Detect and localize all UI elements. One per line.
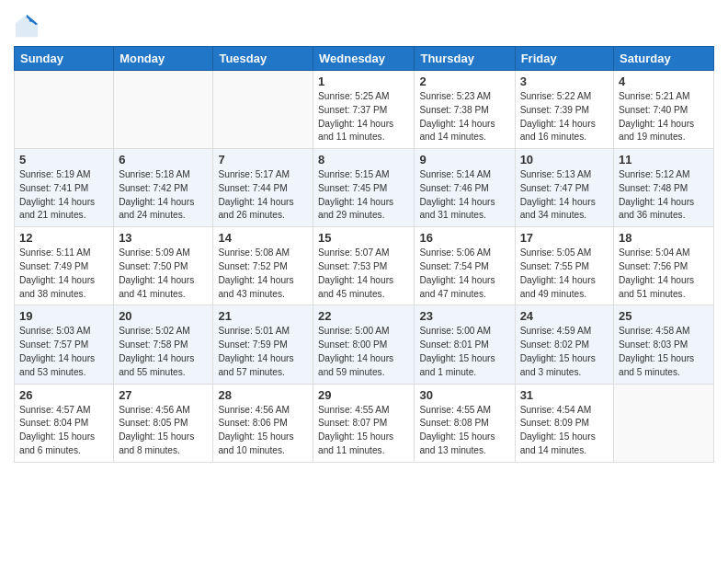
calendar-cell: 28Sunrise: 4:56 AMSunset: 8:06 PMDayligh… <box>213 384 313 462</box>
calendar-header-row: SundayMondayTuesdayWednesdayThursdayFrid… <box>15 47 714 71</box>
day-info: Sunrise: 5:12 AMSunset: 7:48 PMDaylight:… <box>619 168 709 223</box>
calendar-cell: 18Sunrise: 5:04 AMSunset: 7:56 PMDayligh… <box>614 227 714 305</box>
day-number: 8 <box>318 153 409 167</box>
day-info: Sunrise: 5:06 AMSunset: 7:54 PMDaylight:… <box>419 247 509 301</box>
header <box>14 9 714 39</box>
day-info: Sunrise: 5:15 AMSunset: 7:45 PMDaylight:… <box>318 168 409 223</box>
day-number: 11 <box>619 153 709 167</box>
day-info: Sunrise: 5:08 AMSunset: 7:52 PMDaylight:… <box>218 247 308 301</box>
calendar-cell <box>114 71 213 149</box>
day-number: 9 <box>419 153 509 167</box>
day-number: 2 <box>419 75 509 88</box>
calendar-cell: 8Sunrise: 5:15 AMSunset: 7:45 PMDaylight… <box>313 149 415 227</box>
day-info: Sunrise: 5:02 AMSunset: 7:58 PMDaylight:… <box>119 325 208 379</box>
day-number: 12 <box>19 231 108 245</box>
day-number: 3 <box>520 75 609 88</box>
day-number: 14 <box>218 231 308 245</box>
day-number: 22 <box>318 309 409 323</box>
day-number: 27 <box>119 388 208 402</box>
calendar-table: SundayMondayTuesdayWednesdayThursdayFrid… <box>14 46 714 463</box>
day-info: Sunrise: 4:59 AMSunset: 8:02 PMDaylight:… <box>520 325 609 379</box>
day-info: Sunrise: 5:01 AMSunset: 7:59 PMDaylight:… <box>218 325 308 379</box>
logo <box>14 13 41 39</box>
weekday-header-tuesday: Tuesday <box>213 47 313 71</box>
day-info: Sunrise: 5:11 AMSunset: 7:49 PMDaylight:… <box>19 247 108 301</box>
calendar-cell: 21Sunrise: 5:01 AMSunset: 7:59 PMDayligh… <box>213 305 313 384</box>
calendar-week-row: 5Sunrise: 5:19 AMSunset: 7:41 PMDaylight… <box>15 149 714 227</box>
svg-marker-0 <box>16 15 38 37</box>
day-info: Sunrise: 4:55 AMSunset: 8:08 PMDaylight:… <box>419 404 509 458</box>
calendar-cell <box>614 384 714 462</box>
day-number: 10 <box>520 153 609 167</box>
calendar-cell: 9Sunrise: 5:14 AMSunset: 7:46 PMDaylight… <box>415 149 515 227</box>
weekday-header-wednesday: Wednesday <box>313 47 415 71</box>
day-number: 21 <box>218 309 308 323</box>
calendar-cell: 24Sunrise: 4:59 AMSunset: 8:02 PMDayligh… <box>515 305 613 384</box>
calendar-cell: 16Sunrise: 5:06 AMSunset: 7:54 PMDayligh… <box>415 227 515 305</box>
day-info: Sunrise: 5:17 AMSunset: 7:44 PMDaylight:… <box>218 168 308 223</box>
day-info: Sunrise: 5:09 AMSunset: 7:50 PMDaylight:… <box>119 247 208 301</box>
weekday-header-monday: Monday <box>114 47 213 71</box>
day-number: 17 <box>520 231 609 245</box>
calendar-week-row: 1Sunrise: 5:25 AMSunset: 7:37 PMDaylight… <box>15 71 714 149</box>
weekday-header-friday: Friday <box>515 47 613 71</box>
calendar-cell: 15Sunrise: 5:07 AMSunset: 7:53 PMDayligh… <box>313 227 415 305</box>
day-info: Sunrise: 5:14 AMSunset: 7:46 PMDaylight:… <box>419 168 509 223</box>
calendar-week-row: 12Sunrise: 5:11 AMSunset: 7:49 PMDayligh… <box>15 227 714 305</box>
calendar-cell: 7Sunrise: 5:17 AMSunset: 7:44 PMDaylight… <box>213 149 313 227</box>
day-info: Sunrise: 5:00 AMSunset: 8:00 PMDaylight:… <box>318 325 409 379</box>
day-number: 31 <box>520 388 609 402</box>
day-number: 5 <box>19 153 108 167</box>
calendar-cell: 6Sunrise: 5:18 AMSunset: 7:42 PMDaylight… <box>114 149 213 227</box>
day-info: Sunrise: 4:54 AMSunset: 8:09 PMDaylight:… <box>520 404 609 458</box>
calendar-cell: 11Sunrise: 5:12 AMSunset: 7:48 PMDayligh… <box>614 149 714 227</box>
calendar-cell: 27Sunrise: 4:56 AMSunset: 8:05 PMDayligh… <box>114 384 213 462</box>
day-info: Sunrise: 5:22 AMSunset: 7:39 PMDaylight:… <box>520 90 609 144</box>
day-info: Sunrise: 5:21 AMSunset: 7:40 PMDaylight:… <box>619 90 709 144</box>
day-number: 13 <box>119 231 208 245</box>
day-number: 28 <box>218 388 308 402</box>
day-number: 6 <box>119 153 208 167</box>
day-number: 23 <box>419 309 509 323</box>
day-number: 30 <box>419 388 509 402</box>
calendar-cell: 10Sunrise: 5:13 AMSunset: 7:47 PMDayligh… <box>515 149 613 227</box>
day-number: 18 <box>619 231 709 245</box>
calendar-cell <box>213 71 313 149</box>
day-info: Sunrise: 5:03 AMSunset: 7:57 PMDaylight:… <box>19 325 108 379</box>
day-number: 25 <box>619 309 709 323</box>
page: SundayMondayTuesdayWednesdayThursdayFrid… <box>0 0 728 477</box>
logo-icon <box>14 13 40 39</box>
calendar-cell: 13Sunrise: 5:09 AMSunset: 7:50 PMDayligh… <box>114 227 213 305</box>
day-info: Sunrise: 5:25 AMSunset: 7:37 PMDaylight:… <box>318 90 409 144</box>
day-number: 20 <box>119 309 208 323</box>
calendar-cell: 17Sunrise: 5:05 AMSunset: 7:55 PMDayligh… <box>515 227 613 305</box>
day-number: 7 <box>218 153 308 167</box>
day-number: 15 <box>318 231 409 245</box>
day-info: Sunrise: 4:56 AMSunset: 8:05 PMDaylight:… <box>119 404 208 458</box>
day-info: Sunrise: 4:58 AMSunset: 8:03 PMDaylight:… <box>619 325 709 379</box>
day-info: Sunrise: 5:18 AMSunset: 7:42 PMDaylight:… <box>119 168 208 223</box>
calendar-cell: 22Sunrise: 5:00 AMSunset: 8:00 PMDayligh… <box>313 305 415 384</box>
calendar-cell <box>15 71 114 149</box>
calendar-cell: 3Sunrise: 5:22 AMSunset: 7:39 PMDaylight… <box>515 71 613 149</box>
day-info: Sunrise: 5:04 AMSunset: 7:56 PMDaylight:… <box>619 247 709 301</box>
day-info: Sunrise: 5:13 AMSunset: 7:47 PMDaylight:… <box>520 168 609 223</box>
day-number: 16 <box>419 231 509 245</box>
day-info: Sunrise: 4:55 AMSunset: 8:07 PMDaylight:… <box>318 404 409 458</box>
calendar-cell: 2Sunrise: 5:23 AMSunset: 7:38 PMDaylight… <box>415 71 515 149</box>
day-number: 24 <box>520 309 609 323</box>
calendar-cell: 30Sunrise: 4:55 AMSunset: 8:08 PMDayligh… <box>415 384 515 462</box>
calendar-cell: 4Sunrise: 5:21 AMSunset: 7:40 PMDaylight… <box>614 71 714 149</box>
calendar-cell: 31Sunrise: 4:54 AMSunset: 8:09 PMDayligh… <box>515 384 613 462</box>
day-number: 1 <box>318 75 409 88</box>
weekday-header-saturday: Saturday <box>614 47 714 71</box>
calendar-cell: 14Sunrise: 5:08 AMSunset: 7:52 PMDayligh… <box>213 227 313 305</box>
day-info: Sunrise: 5:07 AMSunset: 7:53 PMDaylight:… <box>318 247 409 301</box>
calendar-cell: 26Sunrise: 4:57 AMSunset: 8:04 PMDayligh… <box>15 384 114 462</box>
day-number: 26 <box>19 388 108 402</box>
day-info: Sunrise: 4:57 AMSunset: 8:04 PMDaylight:… <box>19 404 108 458</box>
calendar-cell: 20Sunrise: 5:02 AMSunset: 7:58 PMDayligh… <box>114 305 213 384</box>
day-info: Sunrise: 5:05 AMSunset: 7:55 PMDaylight:… <box>520 247 609 301</box>
weekday-header-thursday: Thursday <box>415 47 515 71</box>
day-info: Sunrise: 5:00 AMSunset: 8:01 PMDaylight:… <box>419 325 509 379</box>
